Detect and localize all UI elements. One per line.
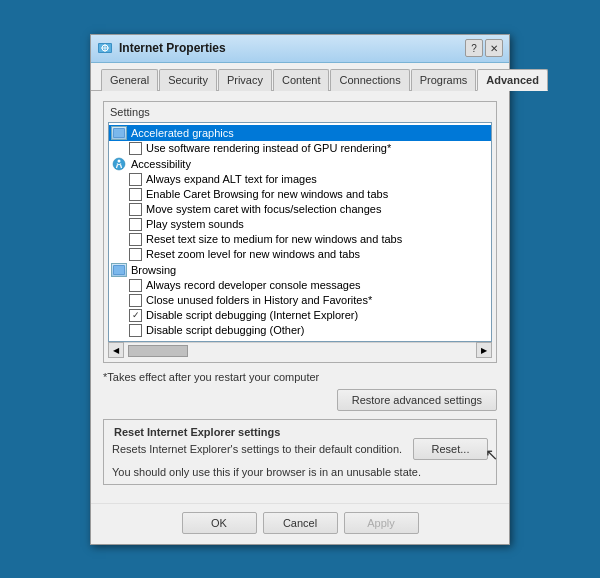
checkbox-use-software-rendering[interactable] (129, 142, 142, 155)
tab-privacy[interactable]: Privacy (218, 69, 272, 91)
checkbox-always-expand-alt[interactable] (129, 173, 142, 186)
footer-buttons: OK Cancel Apply (91, 503, 509, 544)
tab-connections[interactable]: Connections (330, 69, 409, 91)
tab-content[interactable]: Content (273, 69, 330, 91)
checkbox-disable-script-debugging-ie[interactable] (129, 309, 142, 322)
tab-programs[interactable]: Programs (411, 69, 477, 91)
list-item-use-software-rendering[interactable]: Use software rendering instead of GPU re… (109, 141, 491, 156)
list-item-label: Play system sounds (146, 218, 244, 230)
accessibility-icon (111, 157, 127, 171)
list-item-accessibility[interactable]: Accessibility (109, 156, 491, 172)
scroll-thumb[interactable] (128, 345, 188, 357)
checkbox-move-system-caret[interactable] (129, 203, 142, 216)
titlebar-buttons: ? ✕ (465, 39, 503, 57)
close-button[interactable]: ✕ (485, 39, 503, 57)
checkbox-reset-text-size[interactable] (129, 233, 142, 246)
list-item-label: Move system caret with focus/selection c… (146, 203, 381, 215)
list-item-browsing[interactable]: Browsing (109, 262, 491, 278)
checkbox-play-system-sounds[interactable] (129, 218, 142, 231)
list-item-play-system-sounds[interactable]: Play system sounds (109, 217, 491, 232)
list-item-label: Accelerated graphics (131, 127, 234, 139)
restart-note: *Takes effect after you restart your com… (103, 371, 497, 383)
list-item-reset-text-size[interactable]: Reset text size to medium for new window… (109, 232, 491, 247)
list-item-move-system-caret[interactable]: Move system caret with focus/selection c… (109, 202, 491, 217)
titlebar: Internet Properties ? ✕ (91, 35, 509, 63)
list-item-reset-zoom-level[interactable]: Reset zoom level for new windows and tab… (109, 247, 491, 262)
list-item-label: Use software rendering instead of GPU re… (146, 142, 391, 154)
reset-ie-fieldset: Reset Internet Explorer settings Resets … (103, 419, 497, 485)
reset-fieldset-content: Resets Internet Explorer's settings to t… (112, 438, 488, 460)
svg-rect-6 (114, 129, 124, 137)
list-item-enable-caret-browsing[interactable]: Enable Caret Browsing for new windows an… (109, 187, 491, 202)
svg-rect-12 (114, 266, 124, 274)
list-item-label: Close unused folders in History and Favo… (146, 294, 372, 306)
restore-advanced-settings-button[interactable]: Restore advanced settings (337, 389, 497, 411)
internet-properties-window: Internet Properties ? ✕ General Security… (90, 34, 510, 545)
reset-button[interactable]: Reset... (413, 438, 488, 460)
settings-list[interactable]: Accelerated graphics Use software render… (109, 123, 491, 341)
cancel-button[interactable]: Cancel (263, 512, 338, 534)
tab-general[interactable]: General (101, 69, 158, 91)
settings-label: Settings (110, 106, 492, 118)
list-item-accelerated-graphics[interactable]: Accelerated graphics (109, 125, 491, 141)
restore-row: Restore advanced settings (103, 389, 497, 411)
list-item-label: Always expand ALT text for images (146, 173, 317, 185)
checkbox-always-record-developer[interactable] (129, 279, 142, 292)
list-item-label: Reset text size to medium for new window… (146, 233, 402, 245)
window-title: Internet Properties (119, 41, 465, 55)
titlebar-icon (97, 40, 113, 56)
checkbox-enable-caret-browsing[interactable] (129, 188, 142, 201)
list-item-always-record-developer[interactable]: Always record developer console messages (109, 278, 491, 293)
help-button[interactable]: ? (465, 39, 483, 57)
list-item-close-unused-folders[interactable]: Close unused folders in History and Favo… (109, 293, 491, 308)
apply-button[interactable]: Apply (344, 512, 419, 534)
list-item-disable-script-debugging-other[interactable]: Disable script debugging (Other) (109, 323, 491, 338)
scroll-track[interactable] (124, 343, 476, 358)
checkbox-reset-zoom-level[interactable] (129, 248, 142, 261)
list-item-label: Enable Caret Browsing for new windows an… (146, 188, 388, 200)
ok-button[interactable]: OK (182, 512, 257, 534)
category-icon (111, 263, 127, 277)
list-item-label: Browsing (131, 264, 176, 276)
tab-security[interactable]: Security (159, 69, 217, 91)
reset-btn-container: Reset... ↖ (413, 438, 488, 460)
tabs-bar: General Security Privacy Content Connect… (91, 63, 509, 91)
scroll-right-button[interactable]: ▶ (476, 342, 492, 358)
reset-description: Resets Internet Explorer's settings to t… (112, 443, 413, 455)
settings-list-container: Accelerated graphics Use software render… (108, 122, 492, 342)
horizontal-scrollbar[interactable]: ◀ ▶ (108, 342, 492, 358)
reset-note: You should only use this if your browser… (112, 466, 488, 478)
settings-group: Settings Accelerated graphics (103, 101, 497, 363)
checkbox-disable-script-debugging-other[interactable] (129, 324, 142, 337)
main-content: Settings Accelerated graphics (91, 91, 509, 503)
list-item-label: Disable script debugging (Other) (146, 324, 304, 336)
list-item-label: Always record developer console messages (146, 279, 361, 291)
list-item-always-expand-alt[interactable]: Always expand ALT text for images (109, 172, 491, 187)
reset-fieldset-legend: Reset Internet Explorer settings (112, 426, 282, 438)
category-icon (111, 126, 127, 140)
list-item-label: Accessibility (131, 158, 191, 170)
checkbox-close-unused-folders[interactable] (129, 294, 142, 307)
scroll-left-button[interactable]: ◀ (108, 342, 124, 358)
list-item-label: Reset zoom level for new windows and tab… (146, 248, 360, 260)
list-item-disable-script-debugging-ie[interactable]: Disable script debugging (Internet Explo… (109, 308, 491, 323)
svg-point-8 (118, 159, 121, 162)
list-item-label: Disable script debugging (Internet Explo… (146, 309, 358, 321)
tab-advanced[interactable]: Advanced (477, 69, 548, 91)
